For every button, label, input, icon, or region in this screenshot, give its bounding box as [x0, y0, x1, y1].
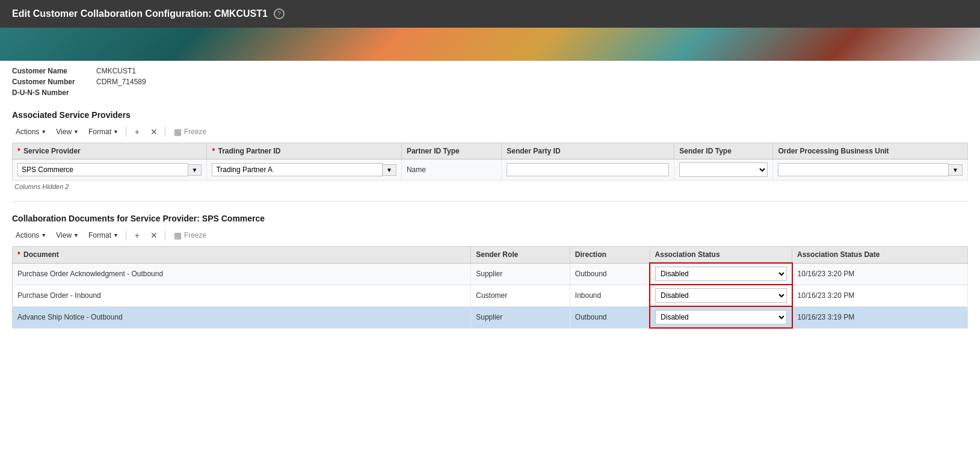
sp-freeze-button[interactable]: ▦ Freeze: [169, 126, 211, 138]
customer-number-row: Customer Number CDRM_714589: [12, 78, 968, 86]
collab-docs-table: * Document Sender Role Direction Associa…: [12, 246, 968, 329]
sp-sender-party-id-input[interactable]: [507, 163, 669, 176]
cd-assoc-status-cell: Disabled Enabled Pending: [650, 306, 792, 328]
sp-table-header-row: * Service Provider * Trading Partner ID …: [13, 143, 968, 159]
sp-columns-hidden: Columns Hidden 2: [12, 181, 968, 193]
page-title: Edit Customer Collaboration Configuratio…: [12, 8, 268, 19]
help-icon[interactable]: ?: [274, 8, 285, 19]
cd-actions-arrow: ▼: [41, 232, 46, 238]
sp-col-sender-party-id: Sender Party ID: [502, 143, 674, 159]
sp-col-trading-partner-id: * Trading Partner ID: [207, 143, 401, 159]
cd-freeze-button[interactable]: ▦ Freeze: [169, 229, 211, 241]
sp-trading-partner-input-group: ▼: [212, 163, 396, 176]
sp-add-button[interactable]: +: [130, 125, 144, 139]
sp-actions-arrow: ▼: [41, 129, 46, 135]
customer-number-label: Customer Number: [12, 78, 96, 86]
customer-name-row: Customer Name CMKCUST1: [12, 67, 968, 75]
cd-direction-cell: Outbound: [570, 306, 650, 328]
cd-delete-button[interactable]: ✕: [147, 228, 161, 243]
cd-format-button[interactable]: Format ▼: [85, 230, 122, 241]
cd-doc-name-cell: Purchase Order Acknowledgment - Outbound: [13, 263, 471, 285]
sp-sender-id-type-select[interactable]: [679, 162, 768, 177]
sp-actions-button[interactable]: Actions ▼: [12, 126, 50, 137]
sp-col-sender-id-type: Sender ID Type: [674, 143, 773, 159]
service-providers-title: Associated Service Providers: [12, 110, 968, 120]
customer-name-label: Customer Name: [12, 67, 96, 75]
page-header: Edit Customer Collaboration Configuratio…: [0, 0, 980, 28]
sp-service-provider-input-group: ▼: [17, 163, 202, 176]
sp-order-processing-bu-input[interactable]: [778, 163, 949, 176]
customer-name-value: CMKCUST1: [96, 67, 136, 75]
cd-col-association-status: Association Status: [650, 247, 792, 264]
service-providers-toolbar: Actions ▼ View ▼ Format ▼ + ✕ ▦ Freeze: [12, 125, 968, 139]
cd-assoc-status-cell: Disabled Enabled Pending: [650, 263, 792, 285]
cd-freeze-icon: ▦: [174, 230, 182, 240]
collaboration-docs-section: Collaboration Documents for Service Prov…: [0, 206, 980, 332]
duns-row: D-U-N-S Number: [12, 88, 968, 97]
table-row: Purchase Order - Inbound Customer Inboun…: [13, 285, 968, 306]
sp-trading-partner-dropdown-btn[interactable]: ▼: [383, 164, 396, 176]
cd-direction-cell: Inbound: [570, 285, 650, 306]
collab-docs-toolbar: Actions ▼ View ▼ Format ▼ + ✕ ▦ Freeze: [12, 228, 968, 243]
freeze-icon: ▦: [174, 127, 182, 137]
sp-partner-id-type-cell: Name: [401, 159, 501, 181]
cd-view-arrow: ▼: [73, 232, 79, 238]
sp-order-processing-bu-dropdown-btn[interactable]: ▼: [949, 164, 963, 176]
customer-number-value: CDRM_714589: [96, 78, 146, 86]
service-providers-section: Associated Service Providers Actions ▼ V…: [0, 103, 980, 196]
cd-col-document: * Document: [13, 247, 471, 264]
cd-assoc-status-date-cell: 10/16/23 3:20 PM: [792, 285, 968, 306]
cd-toolbar-sep1: [126, 230, 126, 240]
cd-sender-role-cell: Supplier: [471, 306, 570, 328]
collab-docs-title: Collaboration Documents for Service Prov…: [12, 214, 968, 223]
sp-sender-party-id-cell: [502, 159, 674, 181]
sp-service-provider-cell: ▼: [13, 159, 207, 181]
sp-sender-id-type-cell: [674, 159, 773, 181]
cd-table-header-row: * Document Sender Role Direction Associa…: [13, 247, 968, 264]
cd-assoc-status-select-3[interactable]: Disabled Enabled Pending: [655, 310, 786, 324]
sp-toolbar-sep2: [165, 127, 165, 137]
sp-view-arrow: ▼: [73, 129, 79, 135]
sp-format-arrow: ▼: [113, 129, 119, 135]
table-row: Purchase Order Acknowledgment - Outbound…: [13, 263, 968, 285]
duns-label: D-U-N-S Number: [12, 88, 96, 97]
cd-assoc-status-date-cell: 10/16/23 3:19 PM: [792, 306, 968, 328]
cd-col-association-status-date: Association Status Date: [792, 247, 968, 264]
sp-view-button[interactable]: View ▼: [52, 126, 82, 137]
cd-actions-button[interactable]: Actions ▼: [12, 230, 50, 241]
table-row: Advance Ship Notice - Outbound Supplier …: [13, 306, 968, 328]
cd-assoc-status-cell: Disabled Enabled Pending: [650, 285, 792, 306]
sp-delete-button[interactable]: ✕: [147, 125, 161, 139]
cd-sender-role-cell: Customer: [471, 285, 570, 306]
sp-trading-partner-cell: ▼: [207, 159, 401, 181]
cd-add-button[interactable]: +: [130, 228, 144, 243]
cd-format-arrow: ▼: [113, 232, 119, 238]
sp-trading-partner-input[interactable]: [212, 163, 383, 176]
sp-col-partner-id-type: Partner ID Type: [401, 143, 501, 159]
sp-order-processing-bu-input-group: ▼: [778, 163, 963, 176]
sp-col-order-processing-bu: Order Processing Business Unit: [773, 143, 968, 159]
cd-doc-name-cell: Advance Ship Notice - Outbound: [13, 306, 471, 328]
cd-sender-role-cell: Supplier: [471, 263, 570, 285]
cd-toolbar-sep2: [165, 230, 165, 240]
section-divider: [12, 201, 968, 202]
sp-order-processing-bu-cell: ▼: [773, 159, 968, 181]
cd-col-direction: Direction: [570, 247, 650, 264]
cd-direction-cell: Outbound: [570, 263, 650, 285]
cd-doc-name-cell: Purchase Order - Inbound: [13, 285, 471, 306]
cd-assoc-status-select-2[interactable]: Disabled Enabled Pending: [655, 288, 786, 303]
service-providers-table: * Service Provider * Trading Partner ID …: [12, 143, 968, 181]
sp-col-service-provider: * Service Provider: [13, 143, 207, 159]
cd-assoc-status-select-1[interactable]: Disabled Enabled Pending: [655, 267, 786, 281]
banner-image: [0, 28, 980, 61]
sp-service-provider-dropdown-btn[interactable]: ▼: [188, 164, 202, 176]
sp-toolbar-sep1: [126, 127, 126, 137]
cd-assoc-status-date-cell: 10/16/23 3:20 PM: [792, 263, 968, 285]
sp-service-provider-input[interactable]: [17, 163, 188, 176]
customer-info-section: Customer Name CMKCUST1 Customer Number C…: [0, 61, 980, 103]
table-row: ▼ ▼ Name: [13, 159, 968, 181]
cd-view-button[interactable]: View ▼: [52, 230, 82, 241]
sp-format-button[interactable]: Format ▼: [85, 126, 122, 137]
cd-col-sender-role: Sender Role: [471, 247, 570, 264]
